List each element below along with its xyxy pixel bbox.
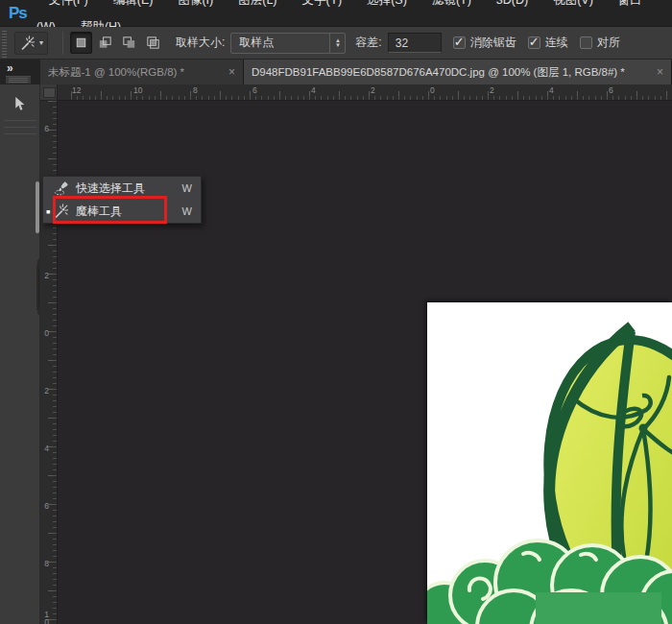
ruler-number: 6 [252, 85, 257, 95]
current-tool-marker: ■ [43, 208, 53, 215]
menu-bar: Ps 文件(F)编辑(E)图像(I)图层(L)文字(Y)选择(S)滤镜(T)3D… [0, 0, 672, 27]
panel-grip[interactable] [6, 76, 31, 84]
menubar-item[interactable]: 滤镜(T) [420, 0, 484, 7]
checkbox-checked[interactable] [528, 36, 540, 49]
ruler-number: 4 [549, 85, 554, 95]
close-icon[interactable]: × [221, 65, 235, 79]
ruler-number: 4 [42, 444, 51, 452]
tab-title: 未标题-1 @ 100%(RGB/8) * [48, 65, 184, 80]
annotation-red-box [53, 196, 167, 224]
intersect-selection-button-icon [145, 35, 161, 51]
menubar-item[interactable]: 图像(I) [165, 0, 226, 7]
checkbox-unchecked[interactable] [580, 36, 592, 49]
tool-flyout-connector [36, 181, 39, 233]
ruler-number: 2 [42, 272, 51, 279]
document-tab[interactable]: D948FDB91FABB99E6D8587D676A470DC.jpg @ 1… [244, 60, 672, 84]
ruler-number: 4 [311, 85, 316, 95]
ruler-number: 0 [430, 85, 435, 95]
shortcut-key: W [182, 182, 201, 194]
tolerance-label: 容差: [355, 35, 381, 51]
photoshop-window: Ps 文件(F)编辑(E)图像(I)图层(L)文字(Y)选择(S)滤镜(T)3D… [0, 0, 672, 624]
selection-mode-buttons [70, 32, 166, 54]
ruler-origin-box[interactable] [40, 84, 58, 101]
ruler-number: 2 [490, 85, 494, 95]
add-selection-button[interactable] [94, 32, 116, 54]
sample-size-value: 取样点 [231, 35, 329, 51]
menubar-item[interactable]: 视图(V) [540, 0, 606, 7]
ruler-number: 6 [42, 125, 51, 132]
options-grip [2, 29, 7, 58]
close-icon[interactable]: × [649, 65, 663, 79]
expand-panel-icon[interactable]: » [7, 61, 13, 75]
move-tool[interactable] [4, 90, 36, 117]
tools-panel-header: » [0, 60, 40, 84]
photoshop-logo: Ps [0, 4, 36, 23]
tool-group-separator [4, 127, 36, 128]
censor-patch [536, 592, 661, 624]
menubar-item[interactable]: 文件(F) [36, 0, 101, 7]
canvas-image[interactable] [427, 302, 672, 624]
move-tool-icon [11, 95, 29, 113]
ruler-number: 12 [72, 85, 81, 95]
menubar-item[interactable]: 3D(D) [484, 0, 540, 7]
checkbox-checked[interactable] [453, 36, 466, 49]
new-selection-button[interactable] [70, 32, 92, 54]
new-selection-button-icon [73, 35, 89, 51]
zongzi-illustration [427, 302, 672, 624]
horizontal-ruler: 121086420246 [58, 84, 672, 101]
flyout-item-label: 快速选择工具 [76, 180, 182, 197]
ruler-number: 10 [133, 85, 142, 95]
document-tab[interactable]: 未标题-1 @ 100%(RGB/8) *× [40, 60, 244, 84]
checkbox-group: 消除锯齿 [453, 35, 516, 51]
ruler-number: 2 [42, 387, 51, 395]
tool-group-separator [4, 120, 36, 121]
current-tool-preset[interactable]: ▾ [14, 32, 48, 55]
checkbox-group: 连续 [528, 35, 568, 51]
tolerance-input[interactable] [388, 33, 442, 53]
ruler-number: 6 [609, 85, 613, 95]
add-selection-button-icon [97, 35, 113, 51]
ruler-number: 8 [42, 560, 51, 567]
sample-size-select[interactable]: 取样点 ▲▼ [230, 33, 346, 54]
ruler-number: 6 [42, 502, 51, 510]
ruler-number: 0 [42, 329, 51, 337]
quick-select-icon [53, 180, 72, 197]
option-checkboxes: 消除锯齿连续对所 [442, 35, 620, 51]
subtract-selection-button[interactable] [118, 32, 140, 54]
subtract-selection-button-icon [121, 35, 137, 51]
chevron-down-icon: ▾ [39, 38, 43, 47]
ruler-number: 8 [193, 85, 198, 95]
tools-panel [0, 84, 40, 624]
sample-size-label: 取样大小: [176, 35, 225, 51]
tool-group-separator [4, 133, 36, 134]
document-tab-bar: » 未标题-1 @ 100%(RGB/8) *×D948FDB91FABB99E… [0, 60, 672, 84]
magic-wand-icon [19, 35, 36, 52]
intersect-selection-button[interactable] [142, 32, 164, 54]
menubar-item[interactable]: 编辑(E) [101, 0, 166, 7]
tab-title: D948FDB91FABB99E6D8587D676A470DC.jpg @ 1… [252, 65, 625, 80]
separator [62, 32, 63, 55]
shortcut-key: W [182, 205, 201, 217]
menubar-item[interactable]: 文字(Y) [290, 0, 355, 7]
tool-icon [53, 180, 70, 197]
checkbox-label: 连续 [545, 35, 568, 51]
checkbox-label: 消除锯齿 [470, 35, 516, 51]
ruler-number: 10 [42, 611, 51, 624]
checkbox-group: 对所 [580, 35, 620, 51]
stepper-icon[interactable]: ▲▼ [329, 34, 345, 53]
checkbox-label: 对所 [597, 35, 620, 51]
document-tabs: 未标题-1 @ 100%(RGB/8) *×D948FDB91FABB99E6D… [40, 60, 672, 84]
menubar-item[interactable]: 图层(L) [226, 0, 289, 7]
ruler-number: 2 [371, 85, 375, 95]
menubar-item[interactable]: 选择(S) [354, 0, 420, 7]
options-bar: ▾ 取样大小: 取样点 ▲▼ 容差: 消除锯齿连续对所 [0, 27, 672, 60]
